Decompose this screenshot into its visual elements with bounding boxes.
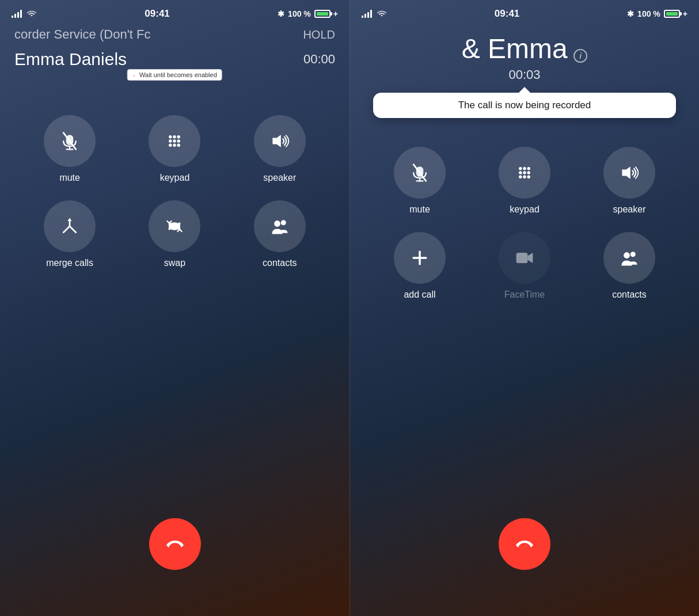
svg-point-10 <box>169 144 172 147</box>
svg-point-8 <box>173 139 176 142</box>
svg-point-7 <box>169 139 172 142</box>
svg-marker-33 <box>622 166 630 179</box>
end-call-button-left[interactable] <box>149 518 201 570</box>
svg-point-39 <box>630 252 636 257</box>
svg-point-26 <box>527 167 530 170</box>
status-bar-right: 09:41 ✱ 100 % + <box>350 0 699 24</box>
recording-notification: The call is now being recorded <box>373 93 676 118</box>
battery-icon-right: + <box>664 9 687 18</box>
add-call-button[interactable] <box>394 232 446 284</box>
tooltip-keypad: Wait until becomes enabled <box>127 69 222 81</box>
call-timer-left: 00:00 <box>303 52 335 67</box>
keypad-wrapper-left: keypad Wait until becomes enabled <box>128 115 221 183</box>
call-service-label: corder Service (Don't Fc <box>14 27 151 42</box>
mute-button-right[interactable] <box>394 147 446 199</box>
time-right: 09:41 <box>495 8 519 20</box>
end-call-area-left <box>0 518 350 616</box>
right-phone-screen: 09:41 ✱ 100 % + & Emma i 00:03 The call … <box>350 0 699 616</box>
svg-point-28 <box>523 171 526 174</box>
svg-point-38 <box>624 252 630 258</box>
wifi-icon-right <box>377 9 387 19</box>
svg-point-9 <box>177 139 180 142</box>
mute-button-left[interactable] <box>44 115 96 167</box>
svg-marker-13 <box>272 135 280 147</box>
battery-percent-left: 100 % <box>288 9 311 18</box>
battery-area-right: ✱ 100 % + <box>627 9 687 18</box>
speaker-button-right[interactable] <box>603 147 655 199</box>
keypad-button-left[interactable] <box>149 115 200 167</box>
speaker-wrapper-left: speaker <box>233 115 326 183</box>
contacts-button-left[interactable] <box>254 200 306 252</box>
end-call-area-right <box>350 518 699 616</box>
left-phone-screen: 09:41 ✱ 100 % + corder Service (Don't Fc… <box>0 0 350 616</box>
speaker-wrapper-right: speaker <box>583 147 676 215</box>
right-caller-area: & Emma i <box>350 24 699 67</box>
svg-rect-36 <box>516 253 528 263</box>
mute-label-right: mute <box>409 204 430 215</box>
battery-percent-right: 100 % <box>637 9 660 18</box>
call-buttons-right: mute keypad <box>350 135 699 311</box>
contacts-wrapper-right: contacts <box>583 232 676 300</box>
add-call-label: add call <box>404 290 435 300</box>
timer-right: 00:03 <box>350 67 699 87</box>
contacts-button-right[interactable] <box>603 232 655 284</box>
signal-bars-right <box>362 10 372 18</box>
add-call-wrapper: add call <box>373 232 466 300</box>
svg-point-25 <box>523 167 526 170</box>
signal-bars-left <box>12 10 22 18</box>
battery-icon-left: + <box>314 9 338 18</box>
merge-calls-button[interactable] <box>44 200 96 252</box>
svg-point-6 <box>177 135 180 138</box>
info-icon-right[interactable]: i <box>573 49 587 63</box>
speaker-label-right: speaker <box>613 204 646 215</box>
facetime-button[interactable] <box>499 232 550 284</box>
swap-wrapper: swap <box>128 200 221 268</box>
svg-point-12 <box>177 144 180 147</box>
svg-point-27 <box>519 171 522 174</box>
contacts-label-left: contacts <box>263 258 297 268</box>
svg-point-31 <box>523 176 526 178</box>
swap-label: swap <box>164 258 185 268</box>
wifi-icon <box>26 9 37 19</box>
contacts-wrapper-left: contacts <box>233 200 326 268</box>
keypad-label-right: keypad <box>510 204 540 215</box>
svg-point-18 <box>274 220 280 227</box>
merge-calls-label: merge calls <box>46 258 93 268</box>
keypad-label-left: keypad <box>160 173 190 183</box>
facetime-wrapper: FaceTime <box>478 232 571 300</box>
status-bar-left: 09:41 ✱ 100 % + <box>0 0 350 24</box>
svg-marker-37 <box>527 253 533 263</box>
svg-point-32 <box>527 176 530 178</box>
bluetooth-icon: ✱ <box>278 9 284 18</box>
svg-rect-1 <box>66 135 74 145</box>
svg-line-14 <box>63 226 70 233</box>
contacts-label-right: contacts <box>612 290 647 300</box>
caller-name-left: Emma Daniels <box>14 50 127 69</box>
svg-point-24 <box>519 167 522 170</box>
speaker-label-left: speaker <box>263 173 296 183</box>
call-buttons-left: mute keypad Wait until be <box>0 104 350 280</box>
recording-message: The call is now being recorded <box>458 100 591 111</box>
signal-area-left <box>12 9 37 19</box>
swap-button[interactable] <box>149 200 200 252</box>
speaker-button-left[interactable] <box>254 115 306 167</box>
svg-marker-17 <box>68 218 72 221</box>
caller-name-right: & Emma <box>462 33 568 64</box>
bluetooth-icon-right: ✱ <box>627 9 634 18</box>
signal-area-right <box>362 9 387 19</box>
end-call-button-right[interactable] <box>499 518 550 570</box>
merge-calls-wrapper: merge calls <box>23 200 116 268</box>
mute-wrapper-left: mute <box>23 115 116 183</box>
svg-point-30 <box>519 176 522 178</box>
svg-line-15 <box>70 226 76 233</box>
svg-point-5 <box>173 135 176 138</box>
hold-badge: HOLD <box>303 28 335 41</box>
facetime-label: FaceTime <box>504 290 545 300</box>
svg-point-29 <box>527 171 530 174</box>
keypad-wrapper-right: keypad <box>478 147 571 215</box>
svg-point-19 <box>281 220 286 225</box>
keypad-button-right[interactable] <box>499 147 550 199</box>
mute-wrapper-right: mute <box>373 147 466 215</box>
time-left: 09:41 <box>145 8 169 20</box>
battery-area-left: ✱ 100 % + <box>278 9 338 18</box>
